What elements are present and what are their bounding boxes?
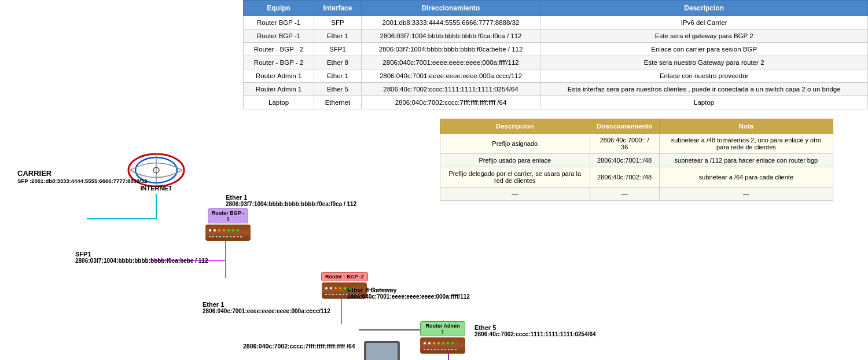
svg-rect-14 bbox=[366, 343, 398, 360]
second-table-row: Prefijo asignado2806:40c:7000:: / 36subn… bbox=[440, 134, 833, 154]
cell2-descripcion: — bbox=[440, 188, 590, 201]
router-admin1-label: Router Admin 1 bbox=[420, 321, 465, 336]
col-header-equipo: Equipo bbox=[244, 1, 314, 16]
main-table-row: Router BGP -1SFP2001:db8:3333:4444:5555:… bbox=[244, 16, 868, 30]
main-table-row: Router - BGP - 2Ether 82806:040c:7001:ee… bbox=[244, 56, 868, 69]
col-header-interface: Interface bbox=[314, 1, 362, 16]
cell2-descripcion: Prefijo usado para enlace bbox=[440, 154, 590, 167]
cell2-descripcion: Prefijo delegado por el carrier, se usar… bbox=[440, 167, 590, 188]
cell2-nota: subnetear a /112 para hacer enlace con r… bbox=[659, 154, 833, 167]
bgp2-ether8-label: Ether 8 Gateway 2806:040c:7001:eeee:eeee… bbox=[347, 286, 470, 300]
bgp1-ether1-label: Ether 1 2806:03f7:1004:bbbb:bbbb:bbbb:f0… bbox=[226, 194, 356, 207]
cell2-direccionamiento: 2806:40c:7001::/48 bbox=[590, 154, 659, 167]
laptop-icon bbox=[359, 339, 405, 360]
cell-equipo: Router BGP -1 bbox=[244, 16, 314, 30]
cell-direccionamiento: 2806:03f7:1004:bbbb:bbbb:bbbb:f0ca:f0ca … bbox=[361, 30, 540, 43]
carrier-label: CARRIER SFP :2001:db8:3333:4444:5555:666… bbox=[17, 169, 147, 184]
router-bgp1-label: Router BGP - 1 bbox=[208, 208, 248, 223]
cell-descripcion: Enlace con nuestro proveedor bbox=[540, 69, 868, 83]
cell2-direccionamiento: 2806:40c:7002::/48 bbox=[590, 167, 659, 188]
second-table-row: Prefijo usado para enlace2806:40c:7001::… bbox=[440, 154, 833, 167]
second-table-row: ——— bbox=[440, 188, 833, 201]
main-table-row: Router - BGP - 2SFP12806:03f7:1004:bbbb:… bbox=[244, 43, 868, 56]
cell-equipo: Router - BGP - 2 bbox=[244, 43, 314, 56]
cell2-nota: subnetear a /64 para cada cliente bbox=[659, 167, 833, 188]
cell-descripcion: Esta interfaz sera para nuestros cliente… bbox=[540, 83, 868, 96]
col-header-direccionamiento: Direccionamiento bbox=[361, 1, 540, 16]
cell-descripcion: IPv6 del Carrier bbox=[540, 16, 868, 30]
admin1-ether1-label: Ether 1 2806:040c:7001:eeee:eeee:eeee:00… bbox=[203, 301, 330, 314]
router-admin1-wrapper: Router Admin 1 bbox=[420, 321, 465, 354]
laptop-addr-label: 2806:040c:7002:cccc:7fff:ffff:ffff:ffff … bbox=[243, 343, 355, 350]
cell-equipo: Router BGP -1 bbox=[244, 30, 314, 43]
cell2-nota: — bbox=[659, 188, 833, 201]
laptop-svg bbox=[359, 339, 405, 360]
cell2-descripcion: Prefijo asignado bbox=[440, 134, 590, 154]
cell-descripcion: Este sera nuestro Gateway para router 2 bbox=[540, 56, 868, 69]
second-table: Descripcion Direccionamiento Nota Prefij… bbox=[440, 119, 833, 201]
cell-interface: SFP1 bbox=[314, 43, 362, 56]
col2-header-direccionamiento: Direccionamiento bbox=[590, 119, 659, 134]
router-admin1-icon bbox=[420, 337, 465, 354]
cell-direccionamiento: 2806:03f7:1004:bbbb:bbbb:bbbb:f0ca:bebe … bbox=[361, 43, 540, 56]
second-table-section: Descripcion Direccionamiento Nota Prefij… bbox=[440, 119, 833, 201]
main-table-row: Router BGP -1Ether 12806:03f7:1004:bbbb:… bbox=[244, 30, 868, 43]
cell-direccionamiento: 2806:040c:7001:eeee:eeee:eeee:000a:ffff/… bbox=[361, 56, 540, 69]
col-header-descripcion: Descripcion bbox=[540, 1, 868, 16]
router-bgp2-label: Router - BGP -2 bbox=[321, 272, 368, 281]
second-table-row: Prefijo delegado por el carrier, se usar… bbox=[440, 167, 833, 188]
cell-descripcion: Este sera el gateway para BGP 2 bbox=[540, 30, 868, 43]
router-bgp1-icon bbox=[205, 225, 251, 241]
bgp2-sfp1-label: SFP1 2806:03f7:1004:bbbb:bbbb:bbbb:f0ca:… bbox=[75, 251, 208, 264]
network-diagram: INTERNET CARRIER SFP :2001:db8:3333:4444… bbox=[0, 81, 451, 359]
col2-header-descripcion: Descripcion bbox=[440, 119, 590, 134]
cell2-direccionamiento: 2806:40c:7000:: / 36 bbox=[590, 134, 659, 154]
admin1-ether5-label: Ether 5 2806:40c:7002:cccc:1111:1111:111… bbox=[475, 324, 596, 337]
cell-direccionamiento: 2001:db8:3333:4444:5555:6666:7777:8888/3… bbox=[361, 16, 540, 30]
cell-descripcion: Enlace con carrier para sesion BGP bbox=[540, 43, 868, 56]
router-bgp1-wrapper: Router BGP - 1 bbox=[205, 208, 251, 241]
cell2-direccionamiento: — bbox=[590, 188, 659, 201]
cell-equipo: Router - BGP - 2 bbox=[244, 56, 314, 69]
col2-header-nota: Nota bbox=[659, 119, 833, 134]
internet-label: INTERNET bbox=[141, 185, 172, 192]
cell-interface: SFP bbox=[314, 16, 362, 30]
cell-interface: Ether 8 bbox=[314, 56, 362, 69]
cell-interface: Ether 1 bbox=[314, 30, 362, 43]
cell2-nota: subnetear a /48 tomaremos 2, uno para en… bbox=[659, 134, 833, 154]
cell-descripcion: Laptop bbox=[540, 96, 868, 109]
